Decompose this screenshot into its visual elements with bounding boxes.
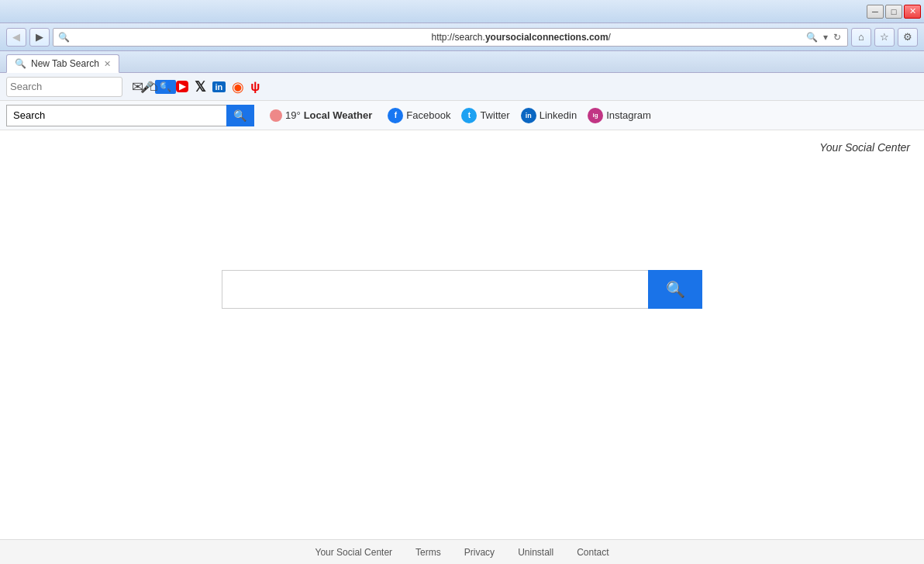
minimize-button[interactable]: ─ bbox=[867, 5, 884, 19]
linkedin-toolbar-icon[interactable]: in bbox=[212, 81, 226, 92]
search-bar: 🔍 19° Local Weather f Facebook t Twitter… bbox=[0, 101, 924, 130]
reddit-toolbar-icon[interactable]: ◉ bbox=[232, 78, 244, 95]
weather-icon bbox=[270, 109, 282, 122]
refresh-button[interactable]: ↻ bbox=[832, 32, 843, 43]
footer-contact-link[interactable]: Contact bbox=[577, 547, 609, 558]
main-content: Your Social Center 🔍 bbox=[0, 130, 924, 539]
tab-new-tab-search[interactable]: 🔍 New Tab Search ✕ bbox=[6, 54, 119, 73]
footer: Your Social Center Terms Privacy Uninsta… bbox=[0, 539, 924, 564]
center-search-input[interactable] bbox=[222, 270, 648, 309]
address-text: http://search.yoursocialconnections.com/ bbox=[432, 32, 802, 43]
toolbar: 🎤 🔍 ✉ ⌂ f ▶ 𝕏 in ◉ ψ bbox=[0, 73, 924, 101]
address-bar[interactable]: 🔍 http://search.yoursocialconnections.co… bbox=[53, 28, 848, 47]
facebook-link-label: Facebook bbox=[406, 109, 450, 121]
facebook-toolbar-icon[interactable]: f bbox=[164, 78, 170, 95]
home-nav-button[interactable]: ⌂ bbox=[851, 28, 871, 47]
toolbar-search-input[interactable] bbox=[10, 81, 140, 92]
weather-item[interactable]: 19° Local Weather bbox=[270, 109, 372, 122]
center-search-area: 🔍 bbox=[0, 270, 924, 309]
toolbar-search-wrap[interactable]: 🎤 🔍 bbox=[6, 77, 122, 97]
yelp-toolbar-icon[interactable]: ψ bbox=[250, 80, 260, 94]
address-icon: 🔍 bbox=[58, 32, 429, 43]
toolbar-icons: ✉ ⌂ f ▶ 𝕏 in ◉ ψ bbox=[132, 78, 260, 95]
maximize-button[interactable]: □ bbox=[885, 5, 902, 19]
favorites-button[interactable]: ☆ bbox=[874, 28, 895, 47]
youtube-toolbar-icon[interactable]: ▶ bbox=[176, 81, 188, 92]
footer-social-center-link[interactable]: Your Social Center bbox=[315, 547, 392, 558]
title-bar: ─ □ ✕ bbox=[0, 0, 924, 23]
tab-search-icon: 🔍 bbox=[15, 58, 26, 69]
twitter-link-icon: t bbox=[461, 108, 477, 123]
address-icons: 🔍 ▾ ↻ bbox=[805, 32, 843, 43]
social-center-label: Your Social Center bbox=[819, 141, 910, 154]
tab-close-button[interactable]: ✕ bbox=[104, 59, 111, 69]
linkedin-link-label: Linkedin bbox=[540, 109, 577, 121]
center-search-button[interactable]: 🔍 bbox=[648, 270, 702, 309]
social-links: f Facebook t Twitter in Linkedin ig Inst… bbox=[388, 108, 651, 123]
footer-uninstall-link[interactable]: Uninstall bbox=[518, 547, 553, 558]
instagram-link-label: Instagram bbox=[606, 109, 651, 121]
nav-bar: ◀ ▶ 🔍 http://search.yoursocialconnection… bbox=[0, 23, 924, 51]
center-search-btn-icon: 🔍 bbox=[666, 280, 685, 299]
search-btn-icon: 🔍 bbox=[233, 109, 247, 122]
dropdown-arrow[interactable]: ▾ bbox=[822, 32, 829, 43]
back-button[interactable]: ◀ bbox=[6, 28, 26, 47]
search-address-icon[interactable]: 🔍 bbox=[805, 32, 819, 43]
center-search-wrap: 🔍 bbox=[222, 270, 702, 309]
tab-label: New Tab Search bbox=[31, 58, 99, 69]
instagram-link-icon: ig bbox=[588, 108, 603, 123]
tabs-bar: 🔍 New Tab Search ✕ bbox=[0, 51, 924, 73]
twitter-toolbar-icon[interactable]: 𝕏 bbox=[195, 78, 206, 95]
temperature: 19° bbox=[285, 109, 301, 121]
forward-button[interactable]: ▶ bbox=[29, 28, 50, 47]
footer-terms-link[interactable]: Terms bbox=[415, 547, 441, 558]
weather-label: Local Weather bbox=[304, 109, 373, 121]
linkedin-link[interactable]: in Linkedin bbox=[521, 108, 577, 123]
twitter-link[interactable]: t Twitter bbox=[461, 108, 509, 123]
settings-button[interactable]: ⚙ bbox=[898, 28, 918, 47]
search-input[interactable] bbox=[6, 105, 226, 126]
twitter-link-label: Twitter bbox=[480, 109, 509, 121]
facebook-link-icon: f bbox=[388, 108, 403, 123]
linkedin-link-icon: in bbox=[521, 108, 536, 123]
footer-privacy-link[interactable]: Privacy bbox=[464, 547, 495, 558]
instagram-link[interactable]: ig Instagram bbox=[588, 108, 651, 123]
search-button[interactable]: 🔍 bbox=[226, 105, 254, 126]
mail-icon[interactable]: ✉ bbox=[132, 78, 143, 95]
home-icon[interactable]: ⌂ bbox=[150, 78, 158, 95]
title-bar-controls: ─ □ ✕ bbox=[867, 5, 921, 19]
search-input-wrap[interactable]: 🔍 bbox=[6, 105, 254, 126]
close-button[interactable]: ✕ bbox=[904, 5, 921, 19]
facebook-link[interactable]: f Facebook bbox=[388, 108, 450, 123]
